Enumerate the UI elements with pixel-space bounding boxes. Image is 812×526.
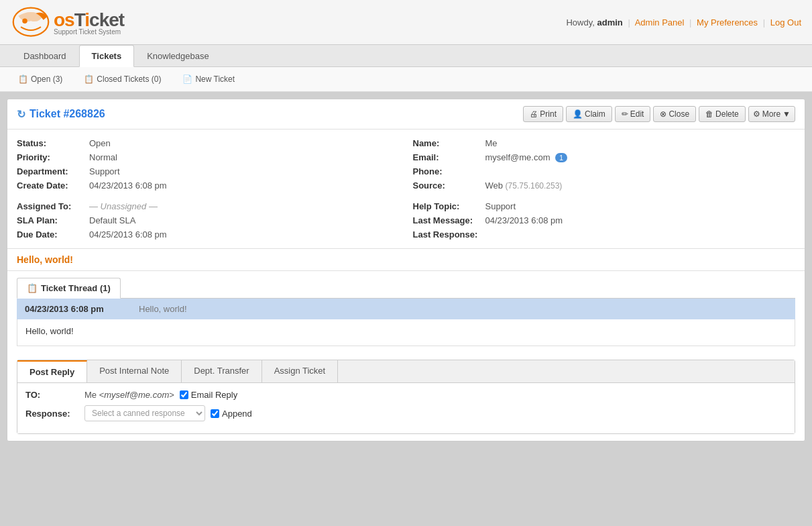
delete-icon: 🗑 <box>705 109 713 119</box>
thread-message: 04/23/2013 6:08 pm Hello, world! Hello, … <box>17 299 795 346</box>
info-phone: Phone: <box>413 164 796 178</box>
info-priority: Priority: Normal <box>17 150 400 164</box>
ticket-header: ↻ Ticket #268826 🖨 Print 👤 Claim ✏ Edit … <box>7 99 805 129</box>
reply-response-row: Response: Select a canned response Appen… <box>25 405 787 421</box>
to-label: TO: <box>25 390 79 400</box>
email-reply-checkbox-label[interactable]: Email Reply <box>180 390 237 400</box>
top-bar: osTicket Support Ticket System Howdy, ad… <box>0 0 812 45</box>
username-text: admin <box>597 17 622 28</box>
nav-tickets[interactable]: Tickets <box>79 45 135 67</box>
response-label: Response: <box>25 409 79 419</box>
thread-tab-label: Ticket Thread (1) <box>41 283 111 293</box>
claim-button[interactable]: 👤 Claim <box>566 106 612 122</box>
info-create-date: Create Date: 04/23/2013 6:08 pm <box>17 178 400 193</box>
logo-area: osTicket Support Ticket System <box>11 5 124 39</box>
email-badge: 1 <box>555 153 567 162</box>
reply-tab-post[interactable]: Post Reply <box>17 360 87 382</box>
reply-to-row: TO: Me <myself@me.com> Email Reply <box>25 390 787 400</box>
info-due-date: Due Date: 04/25/2013 6:08 pm <box>17 227 400 242</box>
subnav-open[interactable]: 📋 Open (3) <box>11 71 70 87</box>
append-label: Append <box>222 409 252 419</box>
to-value: Me <myself@me.com> Email Reply <box>84 390 237 400</box>
thread-tab-main[interactable]: 📋 Ticket Thread (1) <box>17 278 121 299</box>
canned-response-select[interactable]: Select a canned response <box>84 405 205 421</box>
main-content: ↻ Ticket #268826 🖨 Print 👤 Claim ✏ Edit … <box>7 99 805 441</box>
ticket-subject: Hello, world! <box>7 249 805 271</box>
append-checkbox-label[interactable]: Append <box>211 409 252 419</box>
reply-section: Post Reply Post Internal Note Dept. Tran… <box>17 360 795 434</box>
reply-tab-transfer[interactable]: Dept. Transfer <box>182 360 262 382</box>
thread-message-preview: Hello, world! <box>139 304 187 314</box>
response-value: Select a canned response Append <box>84 405 252 421</box>
more-button[interactable]: ⚙ More ▼ <box>748 106 795 122</box>
reply-body: TO: Me <myself@me.com> Email Reply Respo… <box>17 383 795 433</box>
ticket-info-right: Name: Me Email: myself@me.com 1 Phone: S… <box>413 136 796 242</box>
greeting-text: Howdy, <box>566 17 594 28</box>
info-sla: SLA Plan: Default SLA <box>17 213 400 227</box>
nav-dashboard[interactable]: Dashboard <box>11 45 79 67</box>
logo-text: osTicket <box>54 9 124 31</box>
edit-icon: ✏ <box>622 109 628 119</box>
new-ticket-icon: 📄 <box>182 74 192 84</box>
nav-knowledgebase[interactable]: Knowledgebase <box>134 45 222 67</box>
print-button[interactable]: 🖨 Print <box>523 106 563 122</box>
subnav-new-ticket[interactable]: 📄 New Ticket <box>175 71 242 87</box>
ticket-title: ↻ Ticket #268826 <box>17 108 105 121</box>
sub-nav: 📋 Open (3) 📋 Closed Tickets (0) 📄 New Ti… <box>0 67 812 92</box>
gear-icon: ⚙ <box>753 109 760 119</box>
info-name: Name: Me <box>413 136 796 150</box>
thread-message-date: 04/23/2013 6:08 pm <box>25 304 125 314</box>
refresh-icon: ↻ <box>17 108 25 121</box>
ticket-info: Status: Open Priority: Normal Department… <box>7 129 805 249</box>
ticket-number: Ticket #268826 <box>30 108 105 120</box>
svg-point-1 <box>22 18 27 23</box>
osticket-logo-icon <box>11 5 51 39</box>
info-department: Department: Support <box>17 164 400 178</box>
email-reply-checkbox[interactable] <box>180 390 188 399</box>
info-status: Status: Open <box>17 136 400 150</box>
subnav-closed[interactable]: 📋 Closed Tickets (0) <box>76 71 168 87</box>
reply-tab-internal[interactable]: Post Internal Note <box>87 360 182 382</box>
reply-tab-assign[interactable]: Assign Ticket <box>262 360 339 382</box>
thread-message-body: Hello, world! <box>17 319 795 346</box>
closed-tickets-icon: 📋 <box>84 74 94 84</box>
open-tickets-icon: 📋 <box>18 74 28 84</box>
close-icon: ⊗ <box>660 109 666 119</box>
my-preferences-link[interactable]: My Preferences <box>697 17 758 28</box>
thread-message-header: 04/23/2013 6:08 pm Hello, world! <box>17 299 795 319</box>
close-button[interactable]: ⊗ Close <box>653 106 696 122</box>
thread-tab-icon: 📋 <box>27 283 38 293</box>
info-help-topic: Help Topic: Support <box>413 199 796 213</box>
logo-subtitle: Support Ticket System <box>54 28 124 36</box>
print-icon: 🖨 <box>530 109 538 119</box>
append-checkbox[interactable] <box>211 409 219 418</box>
main-nav: Dashboard Tickets Knowledgebase <box>0 45 812 67</box>
thread-tabs: 📋 Ticket Thread (1) <box>17 278 795 299</box>
to-name: Me <myself@me.com> <box>84 390 174 400</box>
info-email: Email: myself@me.com 1 <box>413 150 796 164</box>
chevron-down-icon: ▼ <box>782 109 791 119</box>
info-last-message: Last Message: 04/23/2013 6:08 pm <box>413 213 796 227</box>
info-assigned: Assigned To: — Unassigned — <box>17 199 400 213</box>
ticket-actions: 🖨 Print 👤 Claim ✏ Edit ⊗ Close 🗑 Delete … <box>523 106 795 122</box>
top-right-nav: Howdy, admin | Admin Panel | My Preferen… <box>566 17 801 28</box>
edit-button[interactable]: ✏ Edit <box>615 106 651 122</box>
reply-tabs: Post Reply Post Internal Note Dept. Tran… <box>17 360 795 383</box>
claim-icon: 👤 <box>573 109 583 119</box>
email-reply-label: Email Reply <box>191 390 237 400</box>
info-source: Source: Web (75.75.160.253) <box>413 178 796 193</box>
svg-point-0 <box>13 8 49 36</box>
info-last-response: Last Response: <box>413 227 796 242</box>
logout-link[interactable]: Log Out <box>770 17 801 28</box>
ip-address: (75.75.160.253) <box>506 181 563 191</box>
delete-button[interactable]: 🗑 Delete <box>699 106 746 122</box>
thread-section: 📋 Ticket Thread (1) 04/23/2013 6:08 pm H… <box>7 271 805 441</box>
admin-panel-link[interactable]: Admin Panel <box>635 17 685 28</box>
ticket-info-left: Status: Open Priority: Normal Department… <box>17 136 400 242</box>
